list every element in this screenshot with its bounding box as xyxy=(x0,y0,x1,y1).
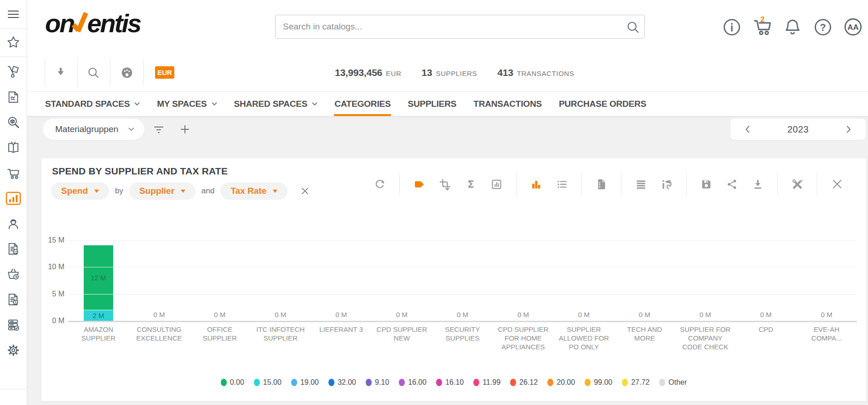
bar-segment-tax-15.00[interactable]: 2 M xyxy=(84,310,113,321)
contract-icon[interactable] xyxy=(0,85,27,110)
tab-label: TRANSACTIONS xyxy=(473,99,542,109)
legend-dot xyxy=(328,379,334,386)
search-icon[interactable] xyxy=(626,20,640,34)
legend-dot xyxy=(436,379,442,386)
svg-text:?: ? xyxy=(820,21,826,33)
divider xyxy=(581,173,582,196)
stat: 13SUPPLIERS xyxy=(422,67,477,78)
save-icon[interactable] xyxy=(700,178,713,191)
tab-standard-spaces[interactable]: STANDARD SPACES xyxy=(45,92,140,116)
analytics-icon[interactable] xyxy=(0,186,27,211)
avatar[interactable]: AA xyxy=(843,17,863,37)
hand-truck-icon[interactable] xyxy=(0,59,27,84)
crop-icon[interactable] xyxy=(439,178,451,191)
caret-down-icon xyxy=(94,190,99,193)
filter-icon[interactable] xyxy=(150,121,167,138)
chevron-down-icon xyxy=(212,102,217,106)
basket-time-icon[interactable] xyxy=(0,262,27,287)
legend-dot xyxy=(510,379,516,386)
close-icon[interactable] xyxy=(831,178,843,191)
tab-suppliers[interactable]: SUPPLIERS xyxy=(408,92,456,116)
cart-icon[interactable]: 2 xyxy=(752,17,772,37)
list-view-icon[interactable] xyxy=(556,178,568,191)
pivot-icon[interactable] xyxy=(661,178,673,191)
search-input[interactable] xyxy=(276,15,644,38)
legend-item-other[interactable]: Other xyxy=(659,378,687,387)
category-label: CPD SUPPLIER FOR HOME APPLIANCES xyxy=(493,325,553,351)
table-rows-icon[interactable] xyxy=(635,178,647,191)
panel-title: SPEND BY SUPPLIER AND TAX RATE xyxy=(52,166,228,177)
download-icon[interactable] xyxy=(752,178,764,191)
legend-item-99-00[interactable]: 99.00 xyxy=(585,378,612,387)
legend-label: 11.99 xyxy=(483,378,500,387)
category-label: OFFICE SUPPLIER xyxy=(190,325,250,351)
next-year-button[interactable] xyxy=(843,122,855,136)
help-icon[interactable]: ? xyxy=(812,17,833,37)
file-export-icon[interactable] xyxy=(595,178,608,191)
legend-dot xyxy=(547,379,553,386)
info-icon[interactable] xyxy=(721,17,742,37)
chart-legend: 0.0015.0019.0032.009.1016.0016.1011.9926… xyxy=(41,378,866,387)
tab-shared-spaces[interactable]: SHARED SPACES xyxy=(234,92,318,116)
remove-dimension-icon[interactable] xyxy=(301,187,309,195)
previous-year-button[interactable] xyxy=(742,122,753,136)
legend-item-16-00[interactable]: 16.00 xyxy=(399,378,426,387)
catalog-icon[interactable] xyxy=(0,135,27,160)
sum-icon[interactable]: Σ xyxy=(465,178,477,191)
bell-icon[interactable] xyxy=(782,17,803,37)
settings-icon[interactable] xyxy=(0,338,27,363)
y-tick-label: 0 M xyxy=(41,317,64,325)
stacked-bar[interactable]: 12 M2 M xyxy=(84,245,113,321)
legend-item-9-10[interactable]: 9.10 xyxy=(366,378,389,387)
bar-segment-tax-0.00[interactable]: 12 M xyxy=(84,245,113,310)
legend-item-11-99[interactable]: 11.99 xyxy=(473,378,500,387)
product-search-icon[interactable] xyxy=(0,110,27,135)
dimension2-chip[interactable]: Tax Rate xyxy=(220,182,287,200)
legal-doc-icon[interactable]: § xyxy=(0,287,27,312)
plus-icon[interactable] xyxy=(176,121,194,138)
legend-item-32-00[interactable]: 32.00 xyxy=(328,378,356,387)
legend-item-0-00[interactable]: 0.00 xyxy=(221,378,244,387)
divider xyxy=(817,173,817,196)
server-check-icon[interactable] xyxy=(0,312,27,337)
onventis-logo[interactable]: on entis xyxy=(45,7,140,40)
y-tick-label: 5 M xyxy=(41,290,64,298)
invoice-percent-icon[interactable]: % xyxy=(0,237,27,261)
share-icon[interactable] xyxy=(726,178,738,191)
divider xyxy=(45,59,45,86)
legend-item-15-00[interactable]: 15.00 xyxy=(254,378,282,387)
divider xyxy=(777,173,778,196)
currency-badge[interactable]: EUR xyxy=(155,66,174,79)
menu-icon[interactable] xyxy=(0,0,27,29)
legend-item-16-10[interactable]: 16.10 xyxy=(436,378,464,387)
tab-my-spaces[interactable]: MY SPACES xyxy=(157,92,217,116)
dimension-selector[interactable]: Materialgruppen xyxy=(43,119,144,140)
y-tick-label: 15 M xyxy=(41,236,64,244)
tag-icon[interactable] xyxy=(413,178,425,191)
palette-icon[interactable] xyxy=(119,64,135,81)
tab-categories[interactable]: CATEGORIES xyxy=(334,92,391,116)
star-icon[interactable] xyxy=(0,29,27,56)
legend-item-27-72[interactable]: 27.72 xyxy=(622,378,650,387)
chart-toolbar: Σ xyxy=(374,172,843,196)
supplier-icon[interactable] xyxy=(0,211,27,236)
measure-chip[interactable]: Spend xyxy=(51,182,109,200)
legend-item-26-12[interactable]: 26.12 xyxy=(510,378,538,387)
search-icon[interactable] xyxy=(85,64,102,81)
bar-value-label: 0 M xyxy=(493,311,553,318)
design-tools-icon[interactable] xyxy=(791,178,804,191)
download-icon[interactable] xyxy=(52,64,69,81)
shopping-cart-icon[interactable] xyxy=(0,161,27,185)
tab-purchase-orders[interactable]: PURCHASE ORDERS xyxy=(559,92,646,116)
legend-item-19-00[interactable]: 19.00 xyxy=(291,378,319,387)
tab-transactions[interactable]: TRANSACTIONS xyxy=(473,92,542,116)
bar-slot: 0 M xyxy=(250,240,311,321)
svg-text:Σ: Σ xyxy=(467,178,474,190)
bar-value-label: 2 M xyxy=(92,312,104,319)
onventis-analytics-page: % § on entis xyxy=(0,0,868,405)
chart-frame-icon[interactable] xyxy=(490,178,503,191)
dimension1-chip[interactable]: Supplier xyxy=(129,182,195,200)
refresh-icon[interactable] xyxy=(374,178,386,191)
bar-chart-icon[interactable] xyxy=(530,178,542,191)
legend-item-20-00[interactable]: 20.00 xyxy=(547,378,575,387)
